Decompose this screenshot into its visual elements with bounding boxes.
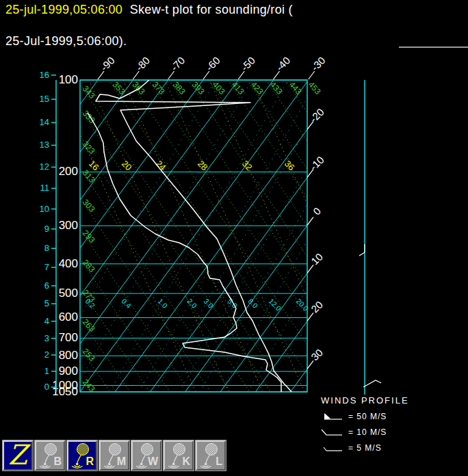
top-temp-tick (133, 71, 139, 79)
mixing-ratio-line (37, 80, 216, 392)
height-label-9: 9 (44, 224, 49, 234)
toolbar-button-label: K (182, 456, 190, 467)
toolbar-button-label: M (117, 456, 126, 467)
toolbar-button-b[interactable]: B (35, 440, 65, 471)
toolbar-button-z[interactable]: Z (3, 440, 33, 471)
top-temp-tick (238, 71, 244, 79)
right-temp-label: 20 (309, 299, 325, 315)
dry-adiabat-label: 443 (287, 80, 304, 96)
top-temp-tick (168, 71, 174, 79)
dry-adiabat-label: 253 (81, 347, 97, 363)
winds-legend-title: WINDS PROFILE (321, 395, 465, 406)
dry-adiabat-label: 383 (171, 80, 187, 96)
pressure-label-700: 700 (59, 331, 78, 344)
mixing-ratio-labels: 0.20.41.02.03.05.08.012.020.0 (84, 297, 311, 313)
height-label-15: 15 (40, 94, 49, 104)
pressure-label-800: 800 (59, 349, 78, 362)
mixing-ratio-line (179, 80, 358, 392)
moist-adiabat-label: 20 (120, 159, 134, 173)
height-label-2: 2 (44, 349, 49, 360)
mixing-ratio-line (139, 80, 317, 392)
toolbar-button-k[interactable]: K (164, 440, 194, 471)
mixing-ratio-label: 8.0 (247, 297, 260, 310)
mixing-ratio-label: 0.4 (120, 297, 133, 310)
right-temp-label: 30 (309, 347, 325, 363)
legend-label-10: = 10 M/S (348, 427, 387, 437)
right-temp-label: 10 (309, 251, 325, 267)
moist-adiabat-line (165, 80, 304, 392)
toolbar-button-label: B (53, 456, 62, 467)
right-temp-label: -10 (307, 154, 326, 172)
height-label-4: 4 (44, 316, 49, 326)
dry-adiabat-line (209, 80, 447, 433)
toolbar-button-m[interactable]: M (99, 440, 129, 471)
pressure-label-300: 300 (59, 219, 78, 232)
title-timestamp: 25-jul-1999,05:06:00 (5, 3, 122, 16)
title-line2: 25-Jul-1999,5:06:00). (5, 34, 127, 48)
height-label-16: 16 (40, 70, 49, 80)
top-temp-tick (274, 71, 280, 79)
mixing-ratio-label: 3.0 (203, 297, 216, 310)
toolbar-button-l[interactable]: L (196, 440, 226, 471)
dry-adiabat-line (247, 80, 468, 433)
mixing-ratio-label: 5.0 (226, 297, 239, 310)
mixing-ratio-label: 12.0 (268, 297, 283, 313)
dry-adiabat-label: 283 (81, 258, 97, 274)
dry-adiabat-line (80, 85, 318, 438)
dry-adiabat-label: 373 (151, 80, 167, 96)
isotherm-line (291, 80, 468, 392)
moist-adiabat-line (209, 80, 349, 392)
moist-adiabat-line (252, 80, 391, 392)
isotherm-line (80, 80, 309, 392)
isotherm-line (0, 80, 203, 392)
sounding-traces (88, 80, 291, 392)
dry-adiabat-labels: 3433333233133032932832732632532433533633… (81, 80, 323, 394)
dry-adiabat-label: 453 (307, 80, 323, 96)
winds-legend: WINDS PROFILE = 50 M/S = 10 M/S = 5 M/S (321, 395, 465, 453)
mixing-ratio-label: 2.0 (186, 297, 199, 310)
toolbar-button-w[interactable]: W (131, 440, 161, 471)
right-temp-label: 0 (311, 205, 323, 217)
pressure-label-100: 100 (59, 73, 78, 86)
right-temp-labels: -20-100102030 (307, 106, 326, 369)
height-label-1: 1 (44, 366, 49, 376)
dry-adiabat-label: 333 (81, 109, 97, 125)
dry-adiabat-label: 403 (211, 80, 227, 96)
height-label-6: 6 (44, 280, 49, 291)
isotherm-line (255, 80, 468, 392)
title-text: Skew-t plot for sounding/roi ( (122, 3, 293, 16)
right-temp-tick (307, 313, 313, 321)
dry-adiabat-line (80, 229, 318, 476)
dry-adiabat-line (148, 80, 387, 433)
height-label-7: 7 (44, 262, 49, 272)
height-label-11: 11 (40, 183, 50, 193)
toolbar-button-r[interactable]: R (67, 440, 97, 471)
top-temp-label: -80 (133, 54, 152, 72)
legend-row-10: = 10 M/S (321, 427, 465, 437)
height-label-14: 14 (40, 117, 49, 127)
right-temp-tick (307, 217, 313, 225)
wind-halfbarb-5-icon (321, 443, 344, 453)
dry-adiabat-label: 293 (81, 228, 97, 245)
top-temp-label: -70 (168, 54, 187, 72)
height-label-12: 12 (40, 161, 49, 172)
height-label-0: 0 (44, 382, 49, 392)
mixing-ratio-label: 20.0 (295, 297, 311, 313)
legend-label-50: = 50 M/S (348, 412, 387, 421)
pressure-label-400: 400 (59, 257, 78, 270)
top-temp-tick (309, 71, 315, 79)
top-temp-label: -40 (274, 54, 292, 72)
right-temp-tick (307, 169, 313, 177)
legend-row-50: = 50 M/S (321, 412, 465, 421)
dry-adiabat-line (266, 80, 468, 433)
pressure-label-500: 500 (59, 287, 78, 300)
moist-adiabat-label: 28 (196, 159, 210, 173)
dry-adiabat-label: 303 (81, 198, 97, 214)
wind-flag-50-icon (321, 412, 344, 421)
window-title: 25-jul-1999,05:06:00 Skew-t plot for sou… (5, 2, 293, 49)
dry-adiabat-label: 433 (268, 80, 285, 96)
isotherm-line (0, 80, 27, 392)
right-temp-tick (307, 121, 313, 129)
height-label-8: 8 (44, 243, 49, 253)
top-temp-labels: -90-80-70-60-50-40-30 (98, 54, 328, 79)
